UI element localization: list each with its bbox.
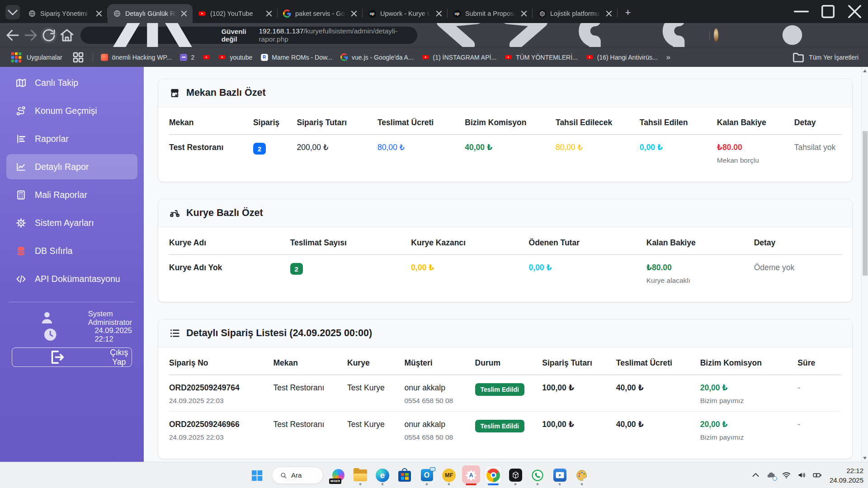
magnifier-icon bbox=[280, 472, 287, 479]
browser-tab[interactable]: upUpwork - Kurye Uygu bbox=[363, 4, 448, 23]
sidebar-item-raporlar[interactable]: Raporlar bbox=[0, 125, 144, 153]
tab-title: paket servis - Google bbox=[295, 10, 346, 17]
all-bookmarks-button[interactable]: Tüm Yer İşaretleri bbox=[788, 51, 863, 64]
tab-close-icon[interactable] bbox=[95, 9, 103, 18]
volume-icon[interactable] bbox=[797, 470, 807, 480]
column-header: Sipariş Tutarı bbox=[297, 109, 377, 135]
column-header: Sipariş bbox=[253, 109, 297, 135]
browser-tab[interactable]: paket servis - Google bbox=[278, 4, 363, 23]
tab-search-button[interactable] bbox=[5, 5, 20, 19]
tab-close-icon[interactable] bbox=[350, 9, 358, 18]
apps-shortcut[interactable]: Uygulamalar bbox=[5, 51, 66, 64]
browser-tab[interactable]: Lojistik platformu ko bbox=[533, 4, 618, 23]
scrollbar-thumb[interactable] bbox=[863, 131, 868, 276]
chevron-up-icon[interactable] bbox=[751, 470, 760, 480]
favicon-youtube-icon bbox=[505, 53, 512, 61]
divider bbox=[9, 302, 135, 302]
tab-close-icon[interactable] bbox=[520, 9, 528, 18]
tray-date: 24.09.2025 bbox=[830, 475, 863, 485]
card-header: Kurye Bazlı Özet bbox=[158, 199, 852, 227]
home-button[interactable] bbox=[59, 27, 75, 43]
sidebar-item-label: DB Sıfırla bbox=[35, 246, 72, 256]
grid-outline-icon bbox=[71, 51, 85, 64]
sidebar-item-api-dokümantasyonu[interactable]: API Dokümantasyonu bbox=[0, 265, 144, 293]
tab-title: Lojistik platformu ko bbox=[550, 10, 601, 17]
divider bbox=[93, 53, 93, 62]
logout-button[interactable]: Çıkış Yap bbox=[12, 347, 132, 367]
bookmark-item[interactable]: (16) Hangi Antivirüs... bbox=[582, 51, 662, 64]
sidebar-item-sistem-ayarları[interactable]: Sistem Ayarları bbox=[0, 209, 144, 237]
scrollbar-up-button[interactable] bbox=[862, 67, 868, 74]
close-button[interactable] bbox=[841, 0, 868, 23]
taskbar-edge-icon[interactable]: e bbox=[373, 465, 392, 486]
taskbar-a-app-icon[interactable]: A bbox=[461, 465, 481, 486]
browser-tab[interactable]: Sipariş Yönetimi - Kur bbox=[23, 4, 108, 23]
taskbar-microsoft-store-icon[interactable] bbox=[395, 465, 415, 486]
table-row: Test Restoranı2200,00 ₺80,00 ₺40,00 ₺80,… bbox=[169, 135, 841, 171]
column-header: Mekan bbox=[273, 349, 347, 375]
bookmark-label: (1) İNSTAGRAM APİ... bbox=[433, 54, 497, 61]
minimize-button[interactable] bbox=[788, 0, 815, 23]
sidebar-item-canlı-takip[interactable]: Canlı Takip bbox=[0, 69, 144, 97]
maximize-button[interactable] bbox=[815, 0, 841, 23]
taskbar-search[interactable]: Ara bbox=[272, 467, 323, 484]
sidebar-item-konum-geçmişi[interactable]: Konum Geçmişi bbox=[0, 97, 144, 125]
taskbar-clock[interactable]: 22:12 24.09.2025 bbox=[828, 466, 863, 485]
taskbar-cube-app-icon[interactable] bbox=[505, 465, 525, 486]
database-icon bbox=[15, 245, 27, 257]
favicon-youtube-icon bbox=[218, 53, 226, 61]
browser-tab[interactable]: Detaylı Günlük Rapor bbox=[108, 4, 193, 23]
bookmarks-overflow-button[interactable]: » bbox=[663, 53, 674, 62]
bookmark-item[interactable]: (1) İNSTAGRAM APİ... bbox=[418, 51, 501, 64]
taskbar-copilot-m365-icon[interactable]: M365 bbox=[328, 465, 348, 486]
tab-close-icon[interactable] bbox=[265, 9, 273, 18]
bookmark-item[interactable]: önemli Hacking WP... bbox=[97, 51, 176, 64]
address-bar[interactable]: Güvenli değil 192.168.1.137/kuryefullsis… bbox=[80, 27, 417, 44]
taskbar-media-player-icon[interactable] bbox=[550, 465, 570, 486]
taskbar-icons: AraM365eOMFA bbox=[247, 462, 592, 488]
table-row: ORD20250924696624.09.2025 22:03Test Rest… bbox=[169, 412, 841, 448]
bookmark-item[interactable] bbox=[198, 51, 214, 64]
running-indicator bbox=[359, 483, 362, 485]
profile-avatar[interactable] bbox=[714, 28, 718, 42]
taskbar-chrome-icon[interactable] bbox=[483, 465, 503, 486]
taskbar-paint-icon[interactable] bbox=[572, 465, 592, 486]
back-button[interactable] bbox=[5, 27, 21, 43]
reload-button[interactable] bbox=[41, 27, 57, 43]
browser-tab[interactable]: upSubmit a Proposal bbox=[448, 4, 533, 23]
bookmark-item[interactable]: RMame ROMs - Dow... bbox=[256, 51, 336, 64]
new-tab-button[interactable]: + bbox=[620, 5, 636, 20]
column-header: Kalan Bakiye bbox=[717, 109, 794, 135]
onedrive-icon[interactable] bbox=[766, 470, 776, 480]
table-cell: 0,00 ₺ bbox=[529, 255, 646, 291]
battery-icon[interactable] bbox=[812, 470, 822, 480]
tab-title: (102) YouTube bbox=[210, 10, 261, 17]
taskbar-file-explorer-icon[interactable] bbox=[350, 465, 370, 486]
bookmark-item[interactable]: 2 bbox=[176, 51, 199, 64]
forward-button[interactable] bbox=[23, 27, 39, 43]
header-row: MekanSiparişSipariş TutarıTeslimat Ücret… bbox=[169, 109, 841, 135]
tab-groups-button[interactable] bbox=[67, 51, 89, 64]
tab-title: Submit a Proposal bbox=[465, 10, 516, 17]
bookmark-item[interactable]: TÜM YÖNTEMLERİ... bbox=[500, 51, 582, 64]
bookmark-item[interactable]: vue.js - Google'da A... bbox=[336, 51, 418, 64]
cell-value: - bbox=[797, 383, 838, 393]
taskbar-mf-icon[interactable]: MF bbox=[439, 465, 459, 486]
sidebar-item-db-sıfırla[interactable]: DB Sıfırla bbox=[0, 237, 144, 265]
scrollbar[interactable] bbox=[861, 67, 868, 462]
tab-close-icon[interactable] bbox=[605, 9, 613, 18]
table-cell: Test Kurye bbox=[347, 375, 404, 412]
taskbar-outlook-icon[interactable]: O bbox=[417, 465, 437, 486]
bookmark-item[interactable]: youtube bbox=[214, 51, 256, 64]
sidebar-item-detaylı-rapor[interactable]: Detaylı Rapor bbox=[6, 154, 137, 179]
cell-subtext: Bizim payımız bbox=[700, 397, 794, 405]
taskbar-start-icon[interactable] bbox=[247, 465, 267, 486]
browser-tab[interactable]: (102) YouTube bbox=[193, 4, 278, 23]
tab-close-icon[interactable] bbox=[180, 9, 188, 18]
tab-close-icon[interactable] bbox=[435, 9, 443, 18]
scrollbar-down-button[interactable] bbox=[862, 455, 868, 461]
sidebar-item-mali-raporlar[interactable]: Mali Raporlar bbox=[0, 181, 144, 209]
cell-subtext: Kurye alacaklı bbox=[646, 277, 750, 285]
wifi-icon[interactable] bbox=[782, 470, 791, 480]
taskbar-whatsapp-icon[interactable] bbox=[528, 465, 547, 486]
